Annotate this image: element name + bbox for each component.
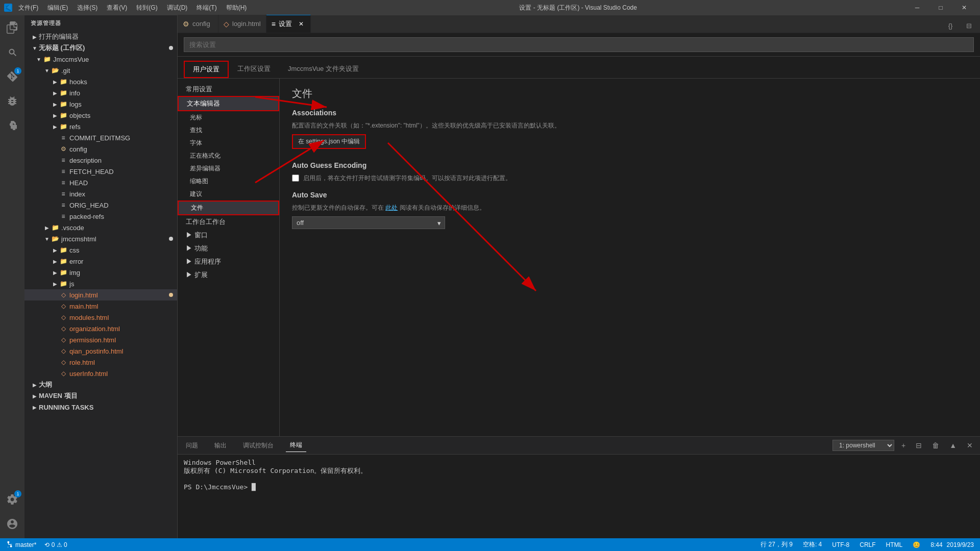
menu-bar[interactable]: 文件(F) 编辑(E) 选择(S) 查看(V) 转到(G) 调试(D) 终端(T… bbox=[14, 3, 251, 13]
settings-nav-find[interactable]: 查找 bbox=[178, 124, 279, 137]
menu-edit[interactable]: 编辑(E) bbox=[43, 3, 72, 13]
terminal-tab-problems[interactable]: 问题 bbox=[182, 439, 202, 452]
close-button[interactable]: ✕ bbox=[952, 0, 976, 15]
status-language[interactable]: HTML bbox=[884, 541, 905, 548]
sidebar-item-head[interactable]: ▶ ≡ HEAD bbox=[24, 177, 177, 188]
sidebar-item-jmccmshtml[interactable]: ▼ 📂 jmccmshtml bbox=[24, 233, 177, 244]
terminal-tab-debug[interactable]: 调试控制台 bbox=[239, 439, 278, 452]
activity-git[interactable]: 1 bbox=[0, 64, 24, 89]
sidebar-item-config[interactable]: ▶ ⚙ config bbox=[24, 143, 177, 155]
split-editor-button[interactable]: {} bbox=[943, 18, 958, 33]
settings-search-input[interactable] bbox=[184, 37, 974, 52]
menu-debug[interactable]: 调试(D) bbox=[163, 3, 192, 13]
settings-nav-features[interactable]: ▶ 功能 bbox=[178, 242, 279, 255]
settings-nav-format[interactable]: 正在格式化 bbox=[178, 149, 279, 162]
activity-account[interactable] bbox=[0, 512, 24, 536]
sidebar-item-packed-refs[interactable]: ▶ ≡ packed-refs bbox=[24, 211, 177, 222]
activity-extensions[interactable] bbox=[0, 113, 24, 138]
sidebar-item-logs[interactable]: ▶ 📁 logs bbox=[24, 98, 177, 110]
settings-nav-common[interactable]: 常用设置 bbox=[178, 83, 279, 96]
terminal-select[interactable]: 1: powershell bbox=[832, 440, 894, 451]
settings-nav-app[interactable]: ▶ 应用程序 bbox=[178, 255, 279, 268]
activity-explorer[interactable] bbox=[0, 15, 24, 40]
sidebar-item-jmccmsvue[interactable]: ▼ 📁 JmccmsVue bbox=[24, 54, 177, 65]
edit-json-button[interactable]: 在 settings.json 中编辑 bbox=[292, 134, 366, 149]
tab-settings[interactable]: ≡ 设置 ✕ bbox=[266, 15, 311, 33]
split-terminal-button[interactable]: ⊟ bbox=[913, 440, 925, 450]
sidebar-item-orig-head[interactable]: ▶ ≡ ORIG_HEAD bbox=[24, 199, 177, 211]
sidebar-item-modules-html[interactable]: ▶ ◇ modules.html bbox=[24, 312, 177, 323]
settings-tab-user[interactable]: 用户设置 bbox=[184, 61, 229, 78]
activity-settings[interactable]: 1 bbox=[0, 487, 24, 512]
auto-save-link[interactable]: 此处 bbox=[385, 204, 398, 211]
menu-selection[interactable]: 选择(S) bbox=[73, 3, 102, 13]
activity-debug[interactable] bbox=[0, 89, 24, 113]
settings-nav-cursor[interactable]: 光标 bbox=[178, 111, 279, 124]
status-spaces[interactable]: 空格: 4 bbox=[801, 540, 824, 549]
activity-search[interactable] bbox=[0, 40, 24, 64]
tab-config[interactable]: ⚙ config bbox=[178, 15, 218, 33]
sidebar-item-running-tasks[interactable]: ▶ RUNNING TASKS bbox=[24, 402, 177, 413]
menu-terminal[interactable]: 终端(T) bbox=[192, 3, 220, 13]
menu-file[interactable]: 文件(F) bbox=[14, 3, 42, 13]
tab-login-html[interactable]: ◇ login.html bbox=[218, 15, 266, 33]
close-tab-button[interactable]: ✕ bbox=[297, 20, 305, 28]
window-controls[interactable]: ─ □ ✕ bbox=[905, 0, 976, 15]
minimize-button[interactable]: ─ bbox=[905, 0, 929, 15]
sidebar-item-refs[interactable]: ▶ 📁 refs bbox=[24, 121, 177, 132]
settings-nav-workbench[interactable]: 工作台工作台 bbox=[178, 215, 279, 229]
sidebar-item-fetch-head[interactable]: ▶ ≡ FETCH_HEAD bbox=[24, 166, 177, 177]
settings-nav-diff[interactable]: 差异编辑器 bbox=[178, 162, 279, 175]
sidebar-item-commit[interactable]: ▶ ≡ COMMIT_EDITMSG bbox=[24, 132, 177, 143]
sidebar-item-hooks[interactable]: ▶ 📁 hooks bbox=[24, 76, 177, 87]
terminal-tab-output[interactable]: 输出 bbox=[210, 439, 231, 452]
status-sync[interactable]: ⟲ 0 ⚠ 0 bbox=[42, 541, 69, 548]
settings-tab-workspace[interactable]: 工作区设置 bbox=[229, 61, 279, 78]
sidebar-item-role-html[interactable]: ▶ ◇ role.html bbox=[24, 357, 177, 368]
status-line-ending[interactable]: CRLF bbox=[857, 541, 877, 548]
sidebar-item-main-html[interactable]: ▶ ◇ main.html bbox=[24, 300, 177, 312]
sidebar-item-img[interactable]: ▶ 📁 img bbox=[24, 267, 177, 278]
toggle-panel-button[interactable]: ⊟ bbox=[962, 18, 976, 33]
sidebar-item-permission-html[interactable]: ▶ ◇ permission.html bbox=[24, 334, 177, 345]
sidebar-item-outline[interactable]: ▶ 大纲 bbox=[24, 379, 177, 390]
sidebar-item-maven[interactable]: ▶ MAVEN 项目 bbox=[24, 390, 177, 402]
close-panel-button[interactable]: ✕ bbox=[964, 440, 976, 450]
settings-nav-font[interactable]: 字体 bbox=[178, 137, 279, 149]
settings-nav-suggest[interactable]: 建议 bbox=[178, 188, 279, 201]
sidebar-item-vscode[interactable]: ▶ 📁 .vscode bbox=[24, 222, 177, 233]
sidebar-item-userinfo-html[interactable]: ▶ ◇ userInfo.html bbox=[24, 368, 177, 379]
sidebar-item-index[interactable]: ▶ ≡ index bbox=[24, 188, 177, 199]
sidebar-item-js[interactable]: ▶ 📁 js bbox=[24, 278, 177, 289]
sidebar-item-qian-html[interactable]: ▶ ◇ qian_postinfo.html bbox=[24, 345, 177, 357]
sidebar-item-objects[interactable]: ▶ 📁 objects bbox=[24, 110, 177, 121]
sidebar-item-login-html[interactable]: ▶ ◇ login.html bbox=[24, 289, 177, 300]
settings-nav-text-editor[interactable]: 文本编辑器 bbox=[178, 96, 279, 111]
settings-nav-files[interactable]: 文件 bbox=[178, 201, 279, 215]
settings-nav-window[interactable]: ▶ 窗口 bbox=[178, 229, 279, 242]
sidebar-item-info[interactable]: ▶ 📁 info bbox=[24, 87, 177, 98]
maximize-button[interactable]: □ bbox=[929, 0, 952, 15]
add-terminal-button[interactable]: + bbox=[898, 440, 909, 450]
status-encoding[interactable]: UTF-8 bbox=[830, 541, 851, 548]
menu-goto[interactable]: 转到(G) bbox=[132, 3, 161, 13]
menu-help[interactable]: 帮助(H) bbox=[222, 3, 251, 13]
settings-tab-folder[interactable]: JmccmsVue 文件夹设置 bbox=[279, 61, 368, 78]
status-position[interactable]: 行 27，列 9 bbox=[758, 540, 795, 549]
auto-save-select[interactable]: off afterDelay onFocusChange onWindowCha… bbox=[292, 216, 445, 229]
maximize-panel-button[interactable]: ▲ bbox=[946, 440, 960, 450]
status-branch[interactable]: master* bbox=[4, 541, 38, 548]
sidebar-item-workspace[interactable]: ▼ 无标题 (工作区) bbox=[24, 42, 177, 54]
delete-terminal-button[interactable]: 🗑 bbox=[929, 440, 942, 450]
terminal-tab-terminal[interactable]: 终端 bbox=[286, 439, 306, 452]
sidebar-item-error[interactable]: ▶ 📁 error bbox=[24, 256, 177, 267]
sidebar-item-git[interactable]: ▼ 📂 .git bbox=[24, 65, 177, 76]
sidebar-item-organization-html[interactable]: ▶ ◇ organization.html bbox=[24, 323, 177, 334]
settings-nav-extensions[interactable]: ▶ 扩展 bbox=[178, 268, 279, 282]
sidebar-item-css[interactable]: ▶ 📁 css bbox=[24, 244, 177, 256]
menu-view[interactable]: 查看(V) bbox=[103, 3, 131, 13]
sidebar-item-open-editors[interactable]: ▶ 打开的编辑器 bbox=[24, 31, 177, 42]
sidebar-item-description[interactable]: ▶ ≡ description bbox=[24, 155, 177, 166]
settings-nav-minimap[interactable]: 缩略图 bbox=[178, 175, 279, 188]
auto-guess-checkbox[interactable] bbox=[292, 174, 299, 182]
